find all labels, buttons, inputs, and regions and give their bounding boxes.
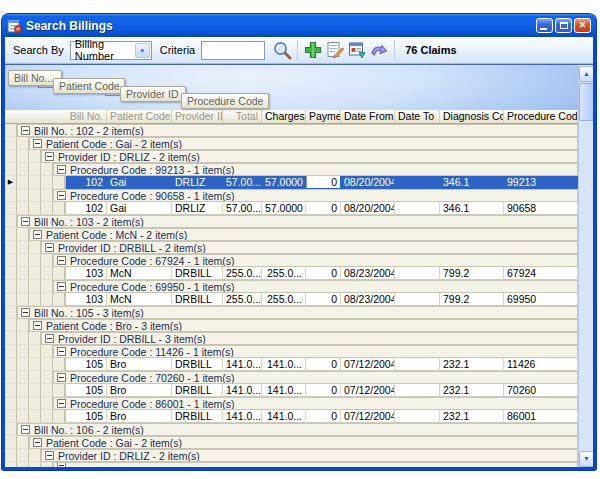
cell-total[interactable]: 255.0... xyxy=(223,267,262,280)
cell-charges[interactable]: 141.0... xyxy=(262,384,306,397)
collapse-icon[interactable] xyxy=(57,399,66,408)
column-header-charges[interactable]: Charges xyxy=(262,110,306,123)
cell-payme[interactable]: 0 xyxy=(306,384,341,397)
cell-date-to[interactable] xyxy=(395,384,440,397)
cell-procedure-code[interactable]: 70260 xyxy=(504,384,578,397)
cell-provider-id[interactable]: DRBILL xyxy=(172,410,223,423)
chevron-down-icon[interactable]: ▼ xyxy=(135,43,150,58)
group-by-panel[interactable]: Bill No...Patient CodeProvider IDProcedu… xyxy=(5,65,578,110)
cell-patient-code[interactable]: McN xyxy=(107,267,172,280)
criteria-input[interactable] xyxy=(201,41,265,60)
collapse-icon[interactable] xyxy=(57,191,66,200)
cell-bill-no[interactable]: 103 xyxy=(65,293,107,306)
cell-provider-id[interactable]: DRLIZ xyxy=(172,176,223,189)
titlebar[interactable]: Search Billings ✕ xyxy=(2,14,596,37)
group-row-box[interactable]: Bill No. : 103 - 2 item(s) xyxy=(17,215,578,228)
cell-total[interactable]: 57.00... xyxy=(223,202,262,215)
collapse-icon[interactable] xyxy=(33,139,42,148)
cell-date-to[interactable] xyxy=(395,293,440,306)
group-row-box[interactable]: Provider ID : DRLIZ - 2 item(s) xyxy=(41,150,578,163)
cell-diagnosis-code[interactable]: 232.1 xyxy=(440,410,504,423)
column-header-bill-no[interactable]: Bill No. xyxy=(65,110,107,123)
cell-payme[interactable]: 0 xyxy=(306,293,341,306)
cell-payme[interactable]: 0 xyxy=(306,202,341,215)
group-row-box[interactable]: Patient Code : Gai - 2 item(s) xyxy=(29,137,578,150)
cell-procedure-code[interactable]: 99213 xyxy=(504,176,578,189)
cell-provider-id[interactable]: DRBILL xyxy=(172,384,223,397)
group-row-box[interactable]: Provider ID : DRBILL - 2 item(s) xyxy=(41,241,578,254)
group-row-box[interactable]: Provider ID : DRBILL - 3 item(s) xyxy=(41,332,578,345)
scroll-up-icon[interactable]: ▲ xyxy=(579,66,593,82)
cell-date-to[interactable] xyxy=(395,358,440,371)
search-button[interactable] xyxy=(271,39,293,61)
cell-total[interactable]: 141.0... xyxy=(223,410,262,423)
cell-total[interactable]: 57.00... xyxy=(223,176,262,189)
column-header-total[interactable]: Total xyxy=(223,110,262,123)
group-row-box[interactable]: Patient Code : Gai - 2 item(s) xyxy=(29,436,578,449)
collapse-icon[interactable] xyxy=(57,347,66,356)
cell-payme[interactable]: 0 xyxy=(306,358,341,371)
scroll-down-icon[interactable]: ▼ xyxy=(579,451,593,467)
group-chip-provider-id[interactable]: Provider ID xyxy=(120,86,186,102)
cell-date-from[interactable]: 08/23/2004 xyxy=(341,267,395,280)
column-header-diagnosis-code[interactable]: Diagnosis Code xyxy=(440,110,504,123)
collapse-icon[interactable] xyxy=(45,334,54,343)
group-row-box[interactable] xyxy=(53,462,578,467)
cell-bill-no[interactable]: 105 xyxy=(65,410,107,423)
cell-date-from[interactable]: 07/12/2004 xyxy=(341,384,395,397)
cell-bill-no[interactable]: 105 xyxy=(65,384,107,397)
scrollbar-thumb[interactable] xyxy=(579,83,593,121)
group-row-box[interactable]: Procedure Code : 70260 - 1 item(s) xyxy=(53,371,578,384)
cell-date-to[interactable] xyxy=(395,267,440,280)
cell-date-from[interactable]: 07/12/2004 xyxy=(341,410,395,423)
column-header-provider-id[interactable]: Provider ID xyxy=(172,110,223,123)
column-header-date-from[interactable]: Date From xyxy=(341,110,395,123)
group-row-box[interactable]: Bill No. : 106 - 2 item(s) xyxy=(17,423,578,436)
collapse-icon[interactable] xyxy=(21,126,30,135)
collapse-icon[interactable] xyxy=(21,217,30,226)
group-row-box[interactable]: Procedure Code : 69950 - 1 item(s) xyxy=(53,280,578,293)
cell-payme[interactable]: 0 xyxy=(306,410,341,423)
cell-date-from[interactable]: 08/23/2004 xyxy=(341,293,395,306)
cell-diagnosis-code[interactable]: 232.1 xyxy=(440,384,504,397)
collapse-icon[interactable] xyxy=(33,438,42,447)
column-header-date-to[interactable]: Date To xyxy=(395,110,440,123)
cell-procedure-code[interactable]: 67924 xyxy=(504,267,578,280)
column-header-payme[interactable]: Payme... xyxy=(306,110,341,123)
cell-bill-no[interactable]: 103 xyxy=(65,267,107,280)
column-header-patient-code[interactable]: Patient Code xyxy=(107,110,172,123)
collapse-icon[interactable] xyxy=(45,451,54,460)
cell-charges[interactable]: 57.0000 xyxy=(262,176,306,189)
collapse-icon[interactable] xyxy=(33,230,42,239)
group-row-box[interactable]: Procedure Code : 86001 - 1 item(s) xyxy=(53,397,578,410)
cell-total[interactable]: 255.0... xyxy=(223,293,262,306)
collapse-icon[interactable] xyxy=(45,243,54,252)
cell-total[interactable]: 141.0... xyxy=(223,358,262,371)
cell-patient-code[interactable]: Gai xyxy=(107,202,172,215)
cell-bill-no[interactable]: 105 xyxy=(65,358,107,371)
column-header-procedure-code[interactable]: Procedure Code xyxy=(504,110,578,123)
cell-date-from[interactable]: 07/12/2004 xyxy=(341,358,395,371)
claim-details-button[interactable] xyxy=(346,39,368,61)
cell-provider-id[interactable]: DRBILL xyxy=(172,293,223,306)
submit-claims-button[interactable] xyxy=(368,39,390,61)
group-row-box[interactable]: Procedure Code : 99213 - 1 item(s) xyxy=(53,163,578,176)
cell-date-to[interactable] xyxy=(395,410,440,423)
close-button[interactable]: ✕ xyxy=(574,18,591,33)
cell-date-from[interactable]: 08/20/2004 xyxy=(341,202,395,215)
group-chip-procedure-code[interactable]: Procedure Code xyxy=(181,93,269,109)
collapse-icon[interactable] xyxy=(21,425,30,434)
group-chip-patient-code[interactable]: Patient Code xyxy=(53,78,125,94)
cell-diagnosis-code[interactable]: 232.1 xyxy=(440,358,504,371)
group-row-box[interactable]: Patient Code : Bro - 3 item(s) xyxy=(29,319,578,332)
collapse-icon[interactable] xyxy=(57,256,66,265)
cell-provider-id[interactable]: DRBILL xyxy=(172,358,223,371)
group-row-box[interactable]: Bill No. : 105 - 3 item(s) xyxy=(17,306,578,319)
collapse-icon[interactable] xyxy=(33,321,42,330)
vertical-scrollbar[interactable]: ▲ ▼ xyxy=(578,66,593,467)
collapse-icon[interactable] xyxy=(57,373,66,382)
minimize-button[interactable] xyxy=(536,18,553,33)
collapse-icon[interactable] xyxy=(57,462,66,467)
cell-date-to[interactable] xyxy=(395,176,440,189)
edit-claim-button[interactable] xyxy=(324,39,346,61)
